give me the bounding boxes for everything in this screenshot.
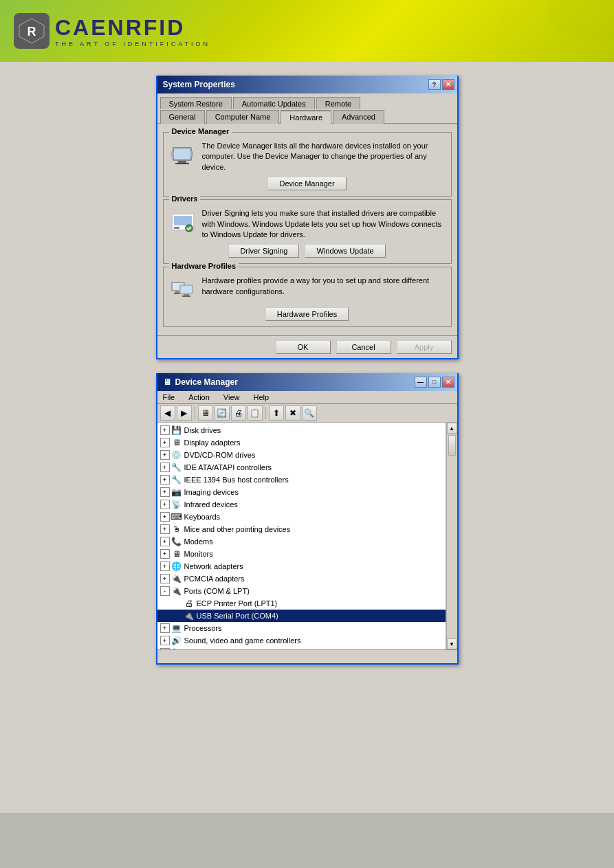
sound-icon: 🔊 — [171, 635, 182, 646]
scroll-up-button[interactable]: ▲ — [447, 423, 457, 434]
menu-help[interactable]: Help — [250, 392, 272, 402]
scroll-thumb[interactable] — [448, 435, 456, 456]
expand-imaging[interactable]: + — [160, 487, 170, 497]
disk-drives-label: Disk drives — [184, 426, 221, 434]
expand-display-adapters[interactable]: + — [160, 438, 170, 447]
device-manager-scrollbar[interactable]: ▲ ▼ — [446, 423, 457, 649]
tree-item-monitors[interactable]: + 🖥 Monitors — [157, 548, 446, 560]
hardware-profiles-group: Hardware Profiles — [163, 267, 452, 327]
tree-item-imaging[interactable]: + 📷 Imaging devices — [157, 486, 446, 498]
expand-processors[interactable]: + — [160, 623, 170, 633]
close-button[interactable]: ✕ — [442, 79, 454, 90]
help-button[interactable]: ? — [428, 79, 441, 90]
tree-item-system-devices[interactable]: + 🔧 System devices — [157, 647, 446, 649]
toolbar-back-button[interactable]: ◀ — [160, 405, 175, 421]
tab-hardware[interactable]: Hardware — [281, 110, 331, 124]
devmgr-maximize-button[interactable]: □ — [428, 377, 441, 388]
tab-remote[interactable]: Remote — [316, 97, 361, 110]
device-manager-group-inner: The Device Manager lists all the hardwar… — [169, 135, 446, 173]
tree-item-lpt1[interactable]: + 🖨 ECP Printer Port (LPT1) — [157, 597, 446, 610]
toolbar-properties-button[interactable]: 📋 — [248, 405, 263, 421]
apply-button[interactable]: Apply — [397, 340, 452, 354]
tree-item-network-adapters[interactable]: + 🌐 Network adapters — [157, 560, 446, 572]
display-adapters-label: Display adapters — [184, 438, 241, 447]
tree-item-ieee1394[interactable]: + 🔧 IEEE 1394 Bus host controllers — [157, 474, 446, 486]
menu-view[interactable]: View — [221, 392, 243, 402]
toolbar-scan-button[interactable]: 🔍 — [302, 405, 317, 421]
pcmcia-label: PCMCIA adapters — [184, 575, 245, 583]
processors-label: Processors — [184, 624, 222, 632]
devmgr-minimize-button[interactable]: — — [415, 377, 427, 388]
tree-item-infrared[interactable]: + 📡 Infrared devices — [157, 498, 446, 511]
expand-modems[interactable]: + — [160, 537, 170, 546]
expand-pcmcia[interactable]: + — [160, 574, 170, 583]
cancel-button[interactable]: Cancel — [336, 340, 391, 354]
expand-keyboards[interactable]: + — [160, 512, 170, 522]
svg-rect-22 — [182, 296, 190, 297]
tree-item-mice[interactable]: + 🖱 Mice and other pointing devices — [157, 523, 446, 535]
tree-item-modems[interactable]: + 📞 Modems — [157, 535, 446, 548]
processors-icon: 💻 — [171, 623, 182, 634]
ieee1394-icon: 🔧 — [171, 474, 182, 485]
device-manager-toolbar: ◀ ▶ 🖥 🔄 🖨 📋 ⬆ ✖ 🔍 — [157, 404, 457, 423]
tree-item-com4[interactable]: + 🔌 USB Serial Port (COM4) — [157, 610, 446, 622]
driver-signing-button[interactable]: Driver Signing — [228, 244, 299, 258]
devmgr-close-button[interactable]: ✕ — [442, 377, 454, 388]
expand-sound[interactable]: + — [160, 636, 170, 645]
tree-item-display-adapters[interactable]: + 🖥 Display adapters — [157, 436, 446, 449]
tree-item-dvd-drives[interactable]: + 💿 DVD/CD-ROM drives — [157, 449, 446, 461]
tab-computer-name[interactable]: Computer Name — [206, 110, 280, 124]
expand-system-devices[interactable]: + — [160, 648, 170, 649]
ok-button[interactable]: OK — [276, 340, 331, 354]
com4-label: USB Serial Port (COM4) — [197, 612, 278, 620]
tree-item-ide-controllers[interactable]: + 🔧 IDE ATA/ATAPI controllers — [157, 461, 446, 474]
expand-ieee1394[interactable]: + — [160, 475, 170, 485]
tree-item-keyboards[interactable]: + ⌨ Keyboards — [157, 511, 446, 523]
expand-ide-controllers[interactable]: + — [160, 463, 170, 472]
toolbar-forward-button[interactable]: ▶ — [177, 405, 192, 421]
tree-item-ports[interactable]: - 🔌 Ports (COM & LPT) — [157, 585, 446, 597]
device-manager-window-title: Device Manager — [175, 377, 238, 387]
toolbar-separator1 — [195, 407, 195, 419]
tab-system-restore[interactable]: System Restore — [160, 97, 232, 110]
menu-file[interactable]: File — [160, 392, 178, 402]
tab-general[interactable]: General — [160, 110, 205, 124]
toolbar-refresh-button[interactable]: 🔄 — [215, 405, 230, 421]
tree-item-disk-drives[interactable]: + 💾 Disk drives — [157, 424, 446, 436]
expand-mice[interactable]: + — [160, 524, 170, 534]
tree-item-processors[interactable]: + 💻 Processors — [157, 622, 446, 634]
drivers-btn-row: Driver Signing Windows Update — [169, 244, 446, 258]
toolbar-computer-button[interactable]: 🖥 — [198, 405, 213, 421]
dvd-drives-label: DVD/CD-ROM drives — [184, 451, 256, 459]
device-manager-tree[interactable]: + 💾 Disk drives + 🖥 Display adapters + 💿… — [157, 423, 446, 649]
expand-network-adapters[interactable]: + — [160, 561, 170, 571]
footer-area — [0, 813, 614, 868]
toolbar-update-button[interactable]: ⬆ — [269, 405, 284, 421]
windows-update-button[interactable]: Windows Update — [305, 244, 385, 258]
expand-ports[interactable]: - — [160, 586, 170, 596]
scroll-down-button[interactable]: ▼ — [447, 638, 457, 649]
hardware-profiles-button[interactable]: Hardware Profiles — [265, 307, 349, 321]
toolbar-uninstall-button[interactable]: ✖ — [285, 405, 300, 421]
expand-monitors[interactable]: + — [160, 549, 170, 559]
ieee1394-label: IEEE 1394 Bus host controllers — [184, 476, 289, 484]
svg-rect-9 — [190, 151, 193, 157]
drivers-icon — [169, 208, 197, 236]
tree-item-pcmcia[interactable]: + 🔌 PCMCIA adapters — [157, 572, 446, 585]
ports-icon: 🔌 — [171, 586, 182, 597]
menu-action[interactable]: Action — [186, 392, 212, 402]
tab-automatic-updates[interactable]: Automatic Updates — [233, 97, 315, 110]
toolbar-print-button[interactable]: 🖨 — [231, 405, 246, 421]
lpt1-icon: 🖨 — [184, 598, 195, 609]
monitors-icon: 🖥 — [171, 548, 182, 559]
expand-disk-drives[interactable]: + — [160, 425, 170, 435]
tab-advanced[interactable]: Advanced — [333, 110, 384, 124]
system-properties-dialog: System Properties ? ✕ System Restore Aut… — [156, 76, 459, 359]
logo-sub-text: THE ART OF IDENTIFICATION — [55, 41, 210, 47]
tree-item-sound[interactable]: + 🔊 Sound, video and game controllers — [157, 634, 446, 647]
expand-infrared[interactable]: + — [160, 500, 170, 509]
expand-dvd-drives[interactable]: + — [160, 450, 170, 460]
hardware-profiles-group-title: Hardware Profiles — [169, 262, 239, 270]
device-manager-button[interactable]: Device Manager — [267, 177, 346, 190]
system-devices-label: System devices — [184, 649, 237, 649]
